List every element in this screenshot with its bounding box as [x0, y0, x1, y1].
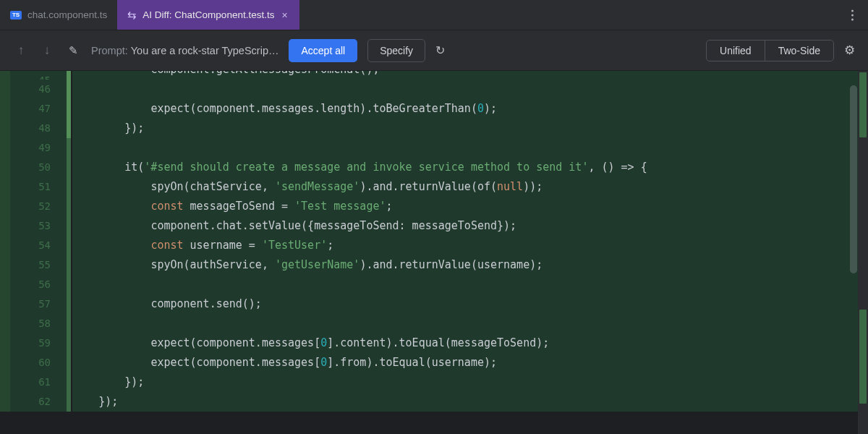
code-line[interactable]: });: [72, 392, 868, 412]
code-line[interactable]: [72, 314, 868, 333]
scrollbar-thumb[interactable]: [850, 85, 857, 273]
prev-change-icon[interactable]: ↑: [13, 42, 29, 59]
code-line[interactable]: component.getAllMessagesFromChat();: [72, 71, 868, 80]
refresh-icon[interactable]: ↻: [435, 43, 445, 57]
scrollbar-vertical[interactable]: [849, 71, 858, 434]
ai-diff-icon: ⇆: [127, 9, 137, 20]
editor-minimap-rail[interactable]: [858, 71, 868, 434]
change-marker[interactable]: [859, 72, 867, 137]
close-icon[interactable]: ×: [280, 9, 289, 21]
diff-toolbar: ↑ ↓ ✎ Prompt: You are a rock-star TypeSc…: [0, 30, 868, 71]
code-line[interactable]: const messageToSend = 'Test message';: [72, 197, 868, 216]
code-line[interactable]: component.chat.setValue({messageToSend: …: [72, 216, 868, 236]
code-line[interactable]: expect(component.messages[0].from).toEqu…: [72, 353, 868, 373]
line-number: 51: [10, 177, 67, 197]
code-line[interactable]: expect(component.messages.length).toBeGr…: [72, 99, 868, 119]
next-change-icon[interactable]: ↓: [39, 42, 55, 59]
tab-overflow-menu-icon[interactable]: [847, 5, 858, 25]
tab-label: AI Diff: ChatComponent.test.ts: [142, 9, 274, 20]
line-number: 47: [10, 99, 67, 119]
code-line[interactable]: spyOn(authService, 'getUserName').and.re…: [72, 255, 868, 275]
tab-label: chat.component.ts: [27, 9, 107, 20]
line-number: 52: [10, 197, 67, 216]
accept-all-button[interactable]: Accept all: [289, 39, 357, 62]
line-number: 48: [10, 119, 67, 138]
diff-view-mode-toggle: Unified Two-Side: [706, 40, 834, 61]
line-number: 59: [10, 333, 67, 353]
editor-gutter-main: [0, 71, 10, 434]
editor-gutter-diff: [67, 71, 72, 434]
line-number: 49: [10, 138, 67, 158]
line-number: 60: [10, 353, 67, 373]
tab-ai-diff[interactable]: ⇆ AI Diff: ChatComponent.test.ts ×: [117, 0, 299, 30]
line-number: 50: [10, 158, 67, 177]
line-number: 53: [10, 216, 67, 236]
code-editor[interactable]: 454647484950515253545556575859606162 com…: [0, 71, 868, 434]
line-number: 55: [10, 255, 67, 275]
tab-chat-component[interactable]: TS chat.component.ts: [0, 0, 117, 30]
line-number: 62: [10, 392, 67, 412]
code-line[interactable]: spyOn(chatService, 'sendMessage').and.re…: [72, 177, 868, 197]
typescript-file-icon: TS: [10, 11, 22, 20]
code-line[interactable]: const username = 'TestUser';: [72, 236, 868, 255]
code-line[interactable]: [72, 80, 868, 99]
editor-code-area[interactable]: component.getAllMessagesFromChat(); expe…: [72, 71, 868, 434]
prompt-label: Prompt:: [91, 45, 128, 56]
editor-gutter-numbers: 454647484950515253545556575859606162: [10, 71, 67, 434]
code-line[interactable]: });: [72, 373, 868, 392]
prompt-display: Prompt: You are a rock-star TypeScrip…: [91, 45, 278, 56]
line-number: 46: [10, 80, 67, 99]
view-twoside-option[interactable]: Two-Side: [765, 41, 833, 61]
code-line[interactable]: expect(component.messages[0].content).to…: [72, 333, 868, 353]
line-number: 57: [10, 294, 67, 314]
prompt-text: You are a rock-star TypeScrip…: [131, 45, 279, 56]
settings-gear-icon[interactable]: ⚙: [844, 43, 855, 58]
specify-button[interactable]: Specify: [367, 39, 425, 62]
edit-prompt-icon[interactable]: ✎: [65, 42, 81, 59]
code-line[interactable]: it('#send should create a message and in…: [72, 158, 868, 177]
line-number: 58: [10, 314, 67, 333]
line-number: 45: [10, 71, 67, 80]
code-line[interactable]: });: [72, 119, 868, 138]
change-marker[interactable]: [859, 310, 867, 404]
line-number: 54: [10, 236, 67, 255]
code-line[interactable]: component.send();: [72, 294, 868, 314]
code-line[interactable]: [72, 138, 868, 158]
line-number: 61: [10, 373, 67, 392]
tab-bar: TS chat.component.ts ⇆ AI Diff: ChatComp…: [0, 0, 868, 30]
view-unified-option[interactable]: Unified: [707, 41, 765, 61]
line-number: 56: [10, 275, 67, 294]
code-line[interactable]: [72, 275, 868, 294]
